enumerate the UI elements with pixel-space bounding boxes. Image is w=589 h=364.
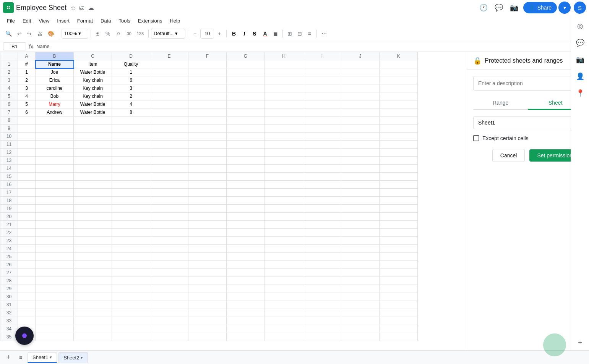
cell-g7[interactable] <box>227 108 265 116</box>
cell-c1[interactable]: Item <box>74 60 112 68</box>
cell-a5[interactable]: 4 <box>18 92 36 100</box>
col-header-d[interactable]: D <box>112 52 150 60</box>
menu-help[interactable]: Help <box>166 17 184 25</box>
cell-k1[interactable] <box>380 60 418 68</box>
cell-e3[interactable] <box>150 76 188 84</box>
cell-f7[interactable] <box>188 108 227 116</box>
user-avatar[interactable]: S <box>574 2 586 14</box>
cell-e7[interactable] <box>150 108 188 116</box>
menu-format[interactable]: Format <box>73 17 97 25</box>
col-header-i[interactable]: I <box>303 52 341 60</box>
format-number-button[interactable]: 123 <box>135 28 146 39</box>
grid-container[interactable]: A B C D E F G H I J K <box>0 52 467 364</box>
cell-i5[interactable] <box>303 92 341 100</box>
cell-g2[interactable] <box>227 68 265 76</box>
font-family-control[interactable]: Default... ▾ <box>151 29 185 39</box>
explore-sidebar-button[interactable]: ◎ <box>573 18 588 34</box>
cell-d7[interactable]: 8 <box>112 108 150 116</box>
menu-edit[interactable]: Edit <box>19 17 35 25</box>
cell-j5[interactable] <box>341 92 380 100</box>
history-button[interactable]: 🕐 <box>477 2 490 14</box>
increase-decimal-button[interactable]: .00 <box>123 28 133 39</box>
menu-tools[interactable]: Tools <box>115 17 134 25</box>
cell-g3[interactable] <box>227 76 265 84</box>
cell-d2[interactable]: 1 <box>112 68 150 76</box>
cell-f2[interactable] <box>188 68 227 76</box>
font-size-increase-button[interactable]: + <box>215 28 224 39</box>
row-header-6[interactable]: 6 <box>0 100 18 108</box>
cell-g5[interactable] <box>227 92 265 100</box>
cancel-button[interactable]: Cancel <box>492 149 525 162</box>
cell-d4[interactable]: 3 <box>112 84 150 92</box>
highlight-color-button[interactable]: ◼ <box>271 28 280 39</box>
cell-c4[interactable]: Key chain <box>74 84 112 92</box>
more-button[interactable]: ⋯ <box>319 28 329 39</box>
comment-button[interactable]: 💬 <box>493 2 505 14</box>
cell-e2[interactable] <box>150 68 188 76</box>
sheet-select[interactable]: Sheet1 Sheet2 <box>473 116 583 129</box>
col-header-h[interactable]: H <box>265 52 303 60</box>
cell-a4[interactable]: 3 <box>18 84 36 92</box>
cell-i7[interactable] <box>303 108 341 116</box>
cell-a1[interactable]: # <box>18 60 36 68</box>
decrease-decimal-button[interactable]: .0 <box>113 28 122 39</box>
meet-button[interactable]: 📷 <box>508 2 520 14</box>
font-size-input[interactable] <box>200 29 214 39</box>
cell-h7[interactable] <box>265 108 303 116</box>
row-header-7[interactable]: 7 <box>0 108 18 116</box>
search-button[interactable]: 🔍 <box>3 28 14 39</box>
sheets-menu-button[interactable]: ≡ <box>15 352 26 363</box>
cell-c5[interactable]: Key chain <box>74 92 112 100</box>
cell-i1[interactable] <box>303 60 341 68</box>
cell-f4[interactable] <box>188 84 227 92</box>
cell-f3[interactable] <box>188 76 227 84</box>
col-header-k[interactable]: K <box>380 52 418 60</box>
cell-f5[interactable] <box>188 92 227 100</box>
cell-a6[interactable]: 5 <box>18 100 36 108</box>
cell-e6[interactable] <box>150 100 188 108</box>
italic-button[interactable]: I <box>240 28 249 39</box>
col-header-b[interactable]: B <box>36 52 74 60</box>
menu-view[interactable]: View <box>35 17 53 25</box>
cell-b1[interactable]: Name <box>36 60 74 68</box>
paint-format-button[interactable]: 🎨 <box>45 28 57 39</box>
menu-data[interactable]: Data <box>97 17 115 25</box>
cell-c6[interactable]: Water Bottle <box>74 100 112 108</box>
cell-i3[interactable] <box>303 76 341 84</box>
add-sheet-button[interactable]: + <box>3 352 14 363</box>
merge-button[interactable]: ⊟ <box>295 28 304 39</box>
undo-button[interactable]: ↩ <box>15 28 24 39</box>
row-header-5[interactable]: 5 <box>0 92 18 100</box>
col-header-c[interactable]: C <box>74 52 112 60</box>
bold-button[interactable]: B <box>229 28 239 39</box>
tab-range[interactable]: Range <box>473 97 528 109</box>
cell-g6[interactable] <box>227 100 265 108</box>
cell-j3[interactable] <box>341 76 380 84</box>
col-header-a[interactable]: A <box>18 52 36 60</box>
currency-button[interactable]: £ <box>93 28 102 39</box>
col-header-e[interactable]: E <box>150 52 188 60</box>
borders-button[interactable]: ⊞ <box>285 28 294 39</box>
cell-g1[interactable] <box>227 60 265 68</box>
cell-e1[interactable] <box>150 60 188 68</box>
col-header-j[interactable]: J <box>341 52 380 60</box>
cell-b3[interactable]: Erica <box>36 76 74 84</box>
share-arrow-button[interactable]: ▾ <box>558 2 571 14</box>
cell-d1[interactable]: Quality <box>112 60 150 68</box>
cell-i4[interactable] <box>303 84 341 92</box>
cloud-icon[interactable]: ☁ <box>88 4 94 11</box>
cell-h1[interactable] <box>265 60 303 68</box>
cell-k5[interactable] <box>380 92 418 100</box>
sheet-tab-sheet2[interactable]: Sheet2 ▾ <box>58 352 88 363</box>
cell-c3[interactable]: Key chain <box>74 76 112 84</box>
cell-h2[interactable] <box>265 68 303 76</box>
cell-a3[interactable]: 2 <box>18 76 36 84</box>
cell-b2[interactable]: Joe <box>36 68 74 76</box>
cell-k6[interactable] <box>380 100 418 108</box>
cell-reference-input[interactable] <box>3 42 26 50</box>
cell-j4[interactable] <box>341 84 380 92</box>
row-header-3[interactable]: 3 <box>0 76 18 84</box>
cell-k4[interactable] <box>380 84 418 92</box>
menu-extensions[interactable]: Extensions <box>134 17 166 25</box>
cell-k2[interactable] <box>380 68 418 76</box>
